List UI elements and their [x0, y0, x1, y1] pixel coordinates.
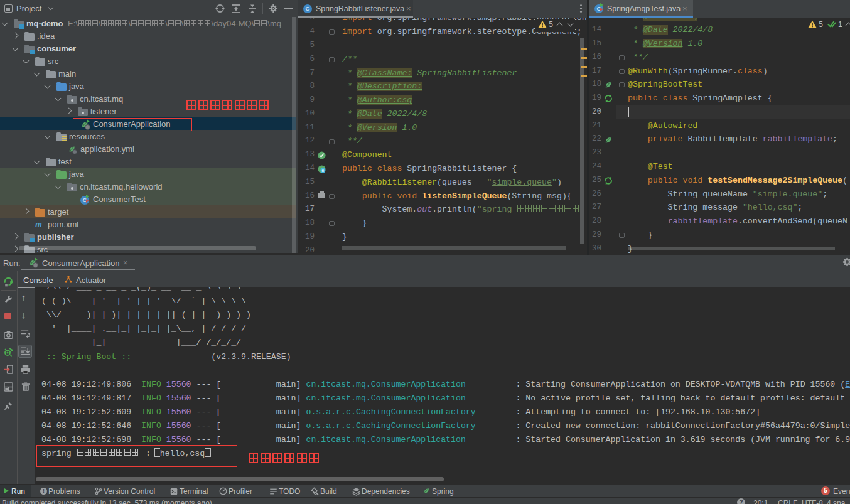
svg-text:e: e	[322, 168, 325, 173]
